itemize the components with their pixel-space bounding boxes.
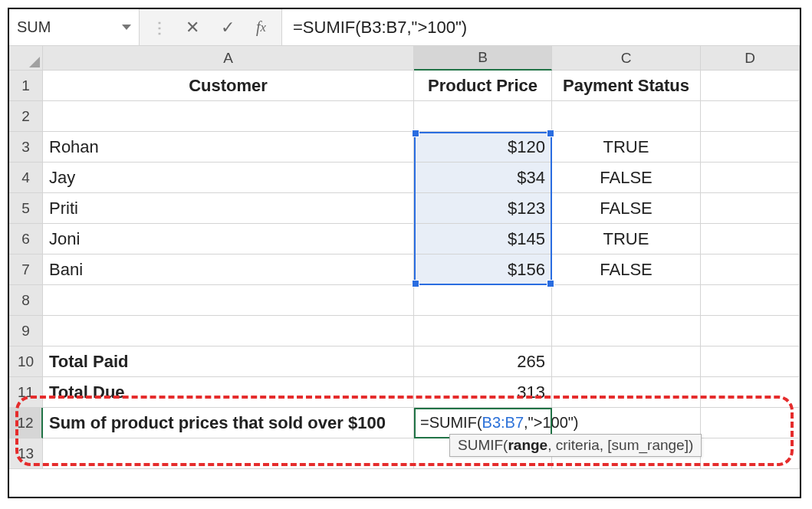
cell[interactable] (701, 101, 800, 132)
cell-customer[interactable]: Priti (43, 193, 414, 224)
cell[interactable] (701, 316, 800, 346)
cell-status[interactable]: FALSE (552, 163, 701, 193)
cell-customer[interactable]: Bani (43, 254, 414, 285)
enter-button[interactable]: ✓ (210, 9, 245, 45)
cell[interactable] (414, 101, 552, 132)
cell-status[interactable]: TRUE (552, 224, 701, 254)
formula-bar-buttons: ⋮ ✕ ✓ fx (140, 9, 281, 45)
cell-status[interactable]: FALSE (552, 193, 701, 224)
cell[interactable] (701, 346, 800, 377)
cell[interactable] (701, 71, 800, 101)
cell[interactable] (701, 193, 800, 224)
cell[interactable] (701, 408, 800, 438)
tooltip-rest: , criteria, [sum_range]) (547, 437, 693, 453)
cell-customer[interactable]: Jay (43, 163, 414, 193)
row-header[interactable]: 1 (9, 71, 43, 101)
col-header-c[interactable]: C (552, 46, 701, 71)
row-header[interactable]: 5 (9, 193, 43, 224)
row-header[interactable]: 4 (9, 163, 43, 193)
formula-text: =SUMIF(B3:B7,">100") (293, 18, 467, 38)
cell[interactable] (552, 346, 701, 377)
col-header-d[interactable]: D (701, 46, 800, 71)
formula-suffix: ,">100") (524, 414, 578, 432)
cell-customer[interactable]: Rohan (43, 132, 414, 163)
cell[interactable] (701, 438, 800, 469)
cell[interactable] (701, 163, 800, 193)
cancel-button[interactable]: ✕ (175, 9, 210, 45)
header-price[interactable]: Product Price (414, 71, 552, 101)
formula-ref: B3:B7 (482, 414, 524, 432)
cell[interactable] (414, 285, 552, 316)
cell-price[interactable]: $123 (414, 193, 552, 224)
total-paid-label[interactable]: Total Paid (43, 346, 414, 377)
sum-over-100-label[interactable]: Sum of product prices that sold over $10… (43, 408, 414, 438)
name-box-dropdown-icon[interactable] (122, 25, 131, 30)
cell-price[interactable]: $145 (414, 224, 552, 254)
header-status[interactable]: Payment Status (552, 71, 701, 101)
row-header[interactable]: 13 (9, 438, 43, 469)
select-all-button[interactable] (9, 46, 43, 71)
cell[interactable] (43, 285, 414, 316)
row-header[interactable]: 6 (9, 224, 43, 254)
row-header[interactable]: 8 (9, 285, 43, 316)
cell[interactable] (701, 285, 800, 316)
formula-tooltip: SUMIF(range, criteria, [sum_range]) (449, 434, 702, 457)
cell[interactable] (701, 224, 800, 254)
cell[interactable] (701, 254, 800, 285)
excel-window: SUM ⋮ ✕ ✓ fx =SUMIF(B3:B7,">100") A B C … (8, 8, 801, 498)
name-box[interactable]: SUM (9, 9, 140, 45)
cell[interactable] (414, 316, 552, 346)
cell-status[interactable]: FALSE (552, 254, 701, 285)
cell[interactable] (552, 285, 701, 316)
total-paid-value[interactable]: 265 (414, 346, 552, 377)
header-customer[interactable]: Customer (43, 71, 414, 101)
row-header[interactable]: 11 (9, 377, 43, 408)
formula-bar: SUM ⋮ ✕ ✓ fx =SUMIF(B3:B7,">100") (9, 9, 800, 46)
separator-icon: ⋮ (144, 18, 175, 37)
formula-prefix: =SUMIF( (420, 414, 482, 432)
spreadsheet-grid: A B C D 1 Customer Product Price Payment… (9, 46, 800, 469)
tooltip-fn: SUMIF (458, 437, 503, 453)
cell[interactable] (552, 101, 701, 132)
row-header[interactable]: 2 (9, 101, 43, 132)
name-box-text: SUM (17, 18, 122, 36)
row-header[interactable]: 10 (9, 346, 43, 377)
cell[interactable] (43, 101, 414, 132)
cell[interactable] (552, 377, 701, 408)
cell[interactable] (552, 316, 701, 346)
row-header[interactable]: 12 (9, 408, 43, 438)
cell[interactable] (701, 377, 800, 408)
cell[interactable] (43, 438, 414, 469)
row-header[interactable]: 3 (9, 132, 43, 163)
cell-customer[interactable]: Joni (43, 224, 414, 254)
cell[interactable] (43, 316, 414, 346)
col-header-b[interactable]: B (414, 46, 552, 71)
formula-input[interactable]: =SUMIF(B3:B7,">100") (281, 9, 800, 45)
cell-price[interactable]: $34 (414, 163, 552, 193)
cell[interactable] (701, 132, 800, 163)
row-header[interactable]: 7 (9, 254, 43, 285)
cell-price[interactable]: $156 (414, 254, 552, 285)
tooltip-arg-active: range (508, 437, 547, 453)
total-due-value[interactable]: 313 (414, 377, 552, 408)
cell-price[interactable]: $120 (414, 132, 552, 163)
col-header-a[interactable]: A (43, 46, 414, 71)
insert-function-button[interactable]: fx (245, 9, 277, 45)
cell-status[interactable]: TRUE (552, 132, 701, 163)
total-due-label[interactable]: Total Due (43, 377, 414, 408)
row-header[interactable]: 9 (9, 316, 43, 346)
